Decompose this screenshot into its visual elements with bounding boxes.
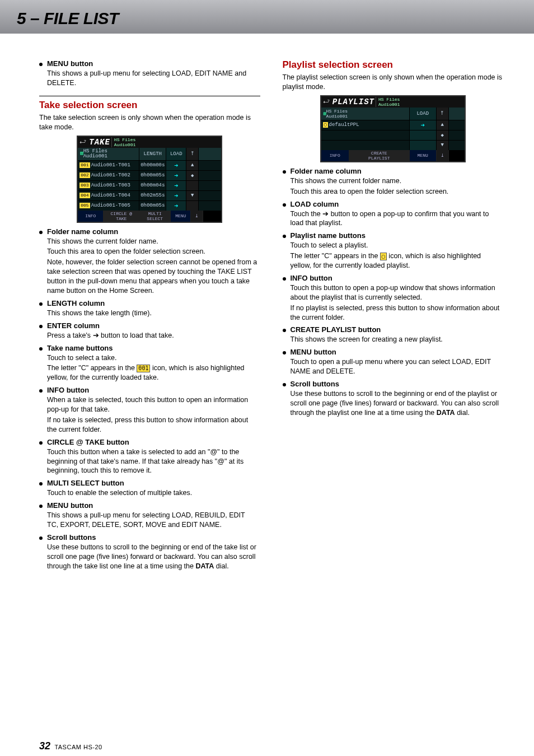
back-icon[interactable]: ⮐ xyxy=(78,138,88,146)
page-content: MENU button This shows a pull-up menu fo… xyxy=(0,34,534,584)
page-number: 32 xyxy=(39,740,50,752)
bullet-icon xyxy=(39,482,43,486)
scroll-icon[interactable] xyxy=(186,181,199,190)
section-intro: The take selection screen is only shown … xyxy=(39,113,260,132)
chapter-title: 5 – FILE LIST xyxy=(17,9,517,28)
item-body: Press a take's ➔ button to load that tak… xyxy=(47,331,258,340)
load-header: LOAD xyxy=(166,148,186,160)
load-button[interactable]: ➔ xyxy=(410,120,437,130)
menu-button[interactable]: MENU xyxy=(410,150,437,161)
item-title: CIRCLE @ TAKE button xyxy=(47,438,129,446)
folder-name-header[interactable]: ▧ HS Files Audio001 xyxy=(321,108,410,120)
right-column: Playlist selection screen The playlist s… xyxy=(283,56,504,572)
bullet-icon xyxy=(39,63,43,66)
take-row-load[interactable]: ➔ xyxy=(166,181,186,190)
take-row-length: 0h02m55s xyxy=(139,191,166,200)
item-menu-button: MENU button xyxy=(39,501,260,510)
item-title: Folder name column xyxy=(47,227,118,236)
item-scroll-buttons: Scroll buttons xyxy=(39,533,260,542)
item-body: This shows the screen for creating a new… xyxy=(291,335,502,344)
item-title: Take name buttons xyxy=(47,344,113,352)
take-row-name[interactable]: 003Audio001-T003 xyxy=(78,181,139,190)
info-button[interactable]: INFO xyxy=(321,150,349,161)
item-info-button: INFO button xyxy=(39,386,260,394)
take-row-name[interactable]: 004Audio001-T004 xyxy=(78,191,139,200)
item-take-name-buttons: Take name buttons xyxy=(39,344,260,352)
item-body: Touch this button to open a pop-up windo… xyxy=(291,283,502,323)
scroll-up-icon[interactable]: ▲ xyxy=(437,120,449,130)
item-title: Folder name column xyxy=(291,167,362,175)
item-title: ENTER column xyxy=(47,321,100,330)
bullet-icon xyxy=(283,383,286,386)
device-path: HS Files Audio001 xyxy=(111,137,135,147)
scroll-top-icon[interactable]: ⤒ xyxy=(437,108,449,120)
item-body: Touch this button when a take is selecte… xyxy=(47,447,258,476)
item-length-column: LENGTH column xyxy=(39,299,260,307)
bullet-icon xyxy=(283,351,286,354)
info-button[interactable]: INFO xyxy=(78,211,104,222)
take-badge-icon: 001 xyxy=(137,365,150,372)
scroll-bottom-icon[interactable]: ⤓ xyxy=(191,211,203,222)
scroll-icon[interactable]: ▼ xyxy=(186,191,199,200)
item-body: This shows a pull-up menu for selecting … xyxy=(47,69,258,88)
item-body: When a take is selected, touch this butt… xyxy=(47,395,258,435)
page-footer: 32 TASCAM HS-20 xyxy=(0,740,534,757)
menu-button[interactable]: MENU xyxy=(171,211,191,222)
scroll-icon[interactable]: ◆ xyxy=(186,171,199,180)
back-icon[interactable]: ⮐ xyxy=(321,97,331,106)
item-body: Touch the ➔ button to open a pop-up to c… xyxy=(291,209,502,228)
item-create-playlist-button: CREATE PLAYLIST button xyxy=(283,325,504,334)
scroll-down-icon[interactable]: ▼ xyxy=(437,141,449,150)
left-column: MENU button This shows a pull-up menu fo… xyxy=(39,56,260,572)
item-title: LOAD column xyxy=(291,200,339,208)
item-load-column: LOAD column xyxy=(283,200,504,208)
scroll-icon[interactable] xyxy=(186,201,199,211)
item-title: MENU button xyxy=(291,348,336,356)
take-row-length: 0h00m05s xyxy=(139,171,166,180)
item-body: Use these buttons to scroll to the begin… xyxy=(47,543,258,571)
take-row-name[interactable]: 002Audio001-T002 xyxy=(78,171,139,180)
take-badge: 004 xyxy=(79,193,90,198)
bullet-icon xyxy=(283,235,286,238)
item-enter-column: ENTER column xyxy=(39,321,260,330)
circle-take-button[interactable]: CIRCLE @ TAKE xyxy=(104,211,139,222)
take-row-load[interactable]: ➔ xyxy=(166,171,186,180)
item-body: Use these buttons to scroll to the begin… xyxy=(291,389,502,418)
item-title: INFO button xyxy=(47,386,89,394)
bullet-icon xyxy=(283,170,286,174)
playlist-device: ⮐ PLAYLIST HS Files Audio001 ▧ HS Files … xyxy=(320,95,466,162)
item-title: Scroll buttons xyxy=(47,533,96,542)
separator xyxy=(39,96,260,96)
scroll-bottom-icon[interactable]: ⤓ xyxy=(437,150,449,161)
scroll-icon[interactable]: ▲ xyxy=(186,161,199,170)
folder-icon: ▢ xyxy=(323,122,328,128)
take-row-name[interactable]: 001Audio001-T001 xyxy=(78,161,139,170)
item-title: CREATE PLAYLIST button xyxy=(291,325,381,334)
multi-select-button[interactable]: MULTI SELECT xyxy=(139,211,171,222)
item-title: Playlist name buttons xyxy=(291,231,366,240)
folder-name-header[interactable]: ▧ HS Files Audio001 xyxy=(78,148,139,160)
item-folder-name-column: Folder name column xyxy=(39,227,260,236)
item-playlist-name-buttons: Playlist name buttons xyxy=(283,231,504,240)
bullet-icon xyxy=(39,347,43,351)
create-playlist-button[interactable]: CREATE PLAYLIST xyxy=(349,150,410,161)
folder-icon: ▢ xyxy=(380,253,387,260)
take-row-load[interactable]: ➔ xyxy=(166,161,186,170)
take-row-load[interactable]: ➔ xyxy=(166,191,186,200)
item-body: This shows the current folder name.Touch… xyxy=(291,176,502,197)
take-badge: 003 xyxy=(79,183,90,188)
bullet-icon xyxy=(39,505,43,508)
take-badge: 001 xyxy=(79,162,90,168)
scroll-top-icon[interactable]: ⤒ xyxy=(186,148,199,160)
item-title: MENU button xyxy=(47,501,93,510)
bullet-icon xyxy=(39,441,43,445)
scroll-indicator[interactable]: ◆ xyxy=(437,130,449,140)
take-row-name[interactable]: 005Audio001-T005 xyxy=(78,201,139,211)
item-circle-take-button: CIRCLE @ TAKE button xyxy=(39,438,260,446)
device-title: TAKE xyxy=(88,138,111,147)
item-title: MULTI SELECT button xyxy=(47,479,124,487)
bullet-icon xyxy=(39,389,43,393)
take-row-load[interactable]: ➔ xyxy=(166,201,186,211)
playlist-row-name[interactable]: ▢ defaultPPL xyxy=(321,120,410,130)
item-body: Touch to enable the selection of multipl… xyxy=(47,488,258,498)
